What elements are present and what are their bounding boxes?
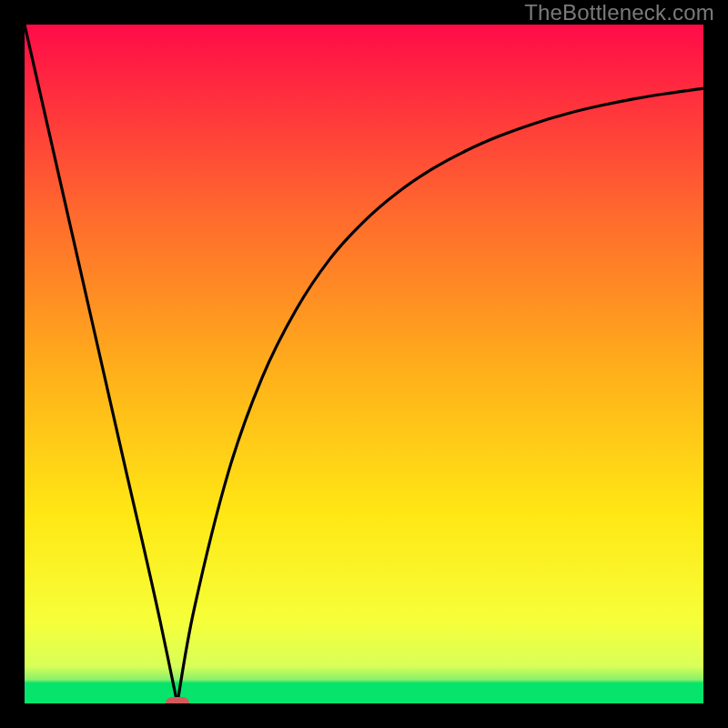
plot-area (25, 25, 703, 703)
watermark-text: TheBottleneck.com (524, 0, 714, 25)
minimum-marker (166, 697, 189, 703)
chart-root: TheBottleneck.com (0, 0, 728, 728)
series-curve (25, 25, 703, 703)
